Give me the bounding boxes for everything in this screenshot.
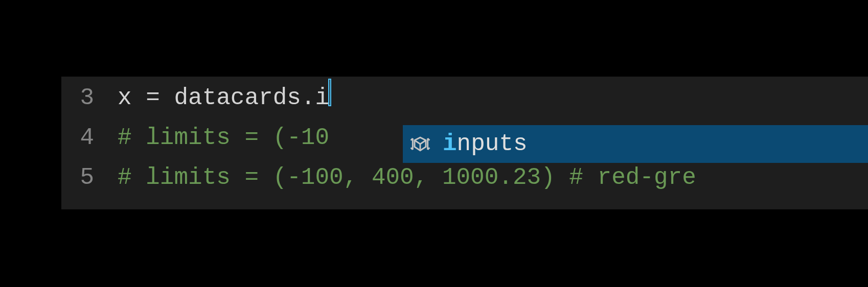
code-token: # limits = (-100, 400, 1000.23) # red-gr…: [118, 158, 696, 198]
autocomplete-match-highlight: i: [443, 131, 457, 157]
variable-icon: [409, 133, 431, 155]
line-number: 3: [61, 78, 118, 118]
code-content[interactable]: # limits = (-100, 400, 1000.23) # red-gr…: [118, 158, 868, 198]
line-number: 4: [61, 118, 118, 158]
code-content[interactable]: x = datacards.i: [118, 77, 868, 118]
code-line[interactable]: 5 # limits = (-100, 400, 1000.23) # red-…: [61, 158, 868, 198]
text-cursor: [328, 79, 331, 106]
code-line[interactable]: 3 x = datacards.i: [61, 77, 868, 118]
code-token: # limits = (-10: [118, 118, 329, 158]
code-token: =: [146, 78, 174, 118]
code-token: i: [315, 78, 330, 118]
code-token: x: [118, 78, 146, 118]
code-token: datacards: [174, 78, 301, 118]
autocomplete-match-rest: nputs: [457, 131, 528, 157]
autocomplete-popup[interactable]: inputs: [403, 125, 868, 163]
code-token: .: [301, 78, 315, 118]
autocomplete-item[interactable]: inputs: [443, 131, 528, 157]
line-number: 5: [61, 158, 118, 198]
